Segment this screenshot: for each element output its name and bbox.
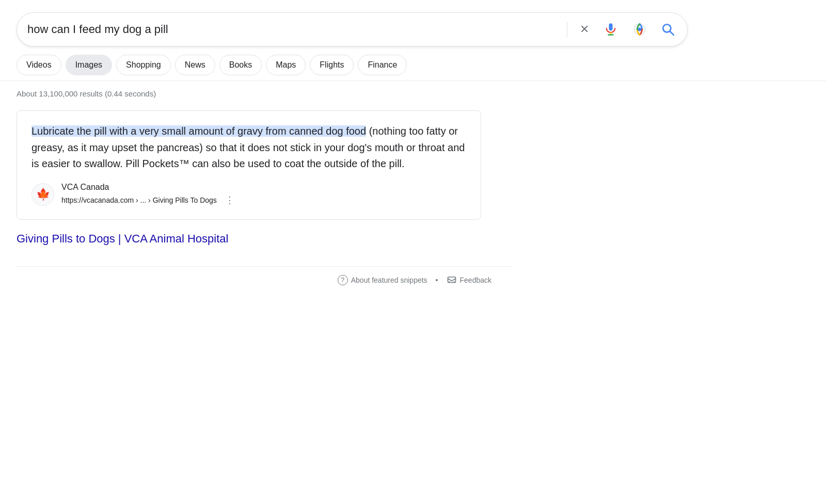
tab-shopping[interactable]: Shopping	[116, 55, 171, 75]
tab-maps[interactable]: Maps	[266, 55, 306, 75]
source-name: VCA Canada	[61, 183, 238, 192]
tab-books[interactable]: Books	[219, 55, 262, 75]
search-icons-group: ✕	[578, 20, 677, 39]
tab-images[interactable]: Images	[66, 55, 112, 75]
result-link[interactable]: Giving Pills to Dogs | VCA Animal Hospit…	[17, 232, 481, 246]
tab-videos[interactable]: Videos	[17, 55, 61, 75]
microphone-icon	[603, 22, 618, 37]
snippet-source: 🍁 VCA Canada https://vcacanada.com › ...…	[31, 183, 466, 207]
feedback-label: Feedback	[460, 276, 491, 284]
search-bar-container: ✕	[0, 0, 826, 55]
tab-news[interactable]: News	[175, 55, 215, 75]
more-options-button[interactable]: ⋮	[222, 193, 238, 207]
microphone-button[interactable]	[601, 20, 620, 39]
search-bar: ✕	[17, 12, 688, 46]
results-info: About 13,100,000 results (0.44 seconds)	[0, 81, 826, 106]
source-url-row: https://vcacanada.com › ... › Giving Pil…	[61, 193, 238, 207]
nav-tabs-container: Videos Images Shopping News Books Maps F…	[0, 55, 826, 81]
snippet-highlighted-text: Lubricate the pill with a very small amo…	[31, 125, 366, 137]
bottom-bar: ? About featured snippets • Feedback	[17, 266, 512, 294]
search-divider	[567, 22, 567, 37]
source-favicon: 🍁	[31, 183, 54, 206]
lens-button[interactable]	[630, 20, 649, 39]
clear-icon: ✕	[580, 23, 589, 36]
feedback-button[interactable]: Feedback	[447, 275, 491, 285]
maple-leaf-icon: 🍁	[36, 188, 50, 201]
clear-button[interactable]: ✕	[578, 21, 591, 38]
tab-flights[interactable]: Flights	[310, 55, 354, 75]
search-submit-button[interactable]	[659, 21, 677, 38]
search-input[interactable]	[27, 23, 557, 36]
svg-rect-0	[609, 23, 613, 30]
snippet-text: Lubricate the pill with a very small amo…	[31, 123, 466, 172]
feedback-icon	[447, 275, 457, 285]
question-icon: ?	[338, 275, 348, 285]
about-featured-snippets[interactable]: ? About featured snippets	[338, 275, 427, 285]
search-submit-icon	[661, 23, 675, 36]
separator: •	[436, 276, 438, 284]
about-label: About featured snippets	[351, 276, 427, 284]
nav-tabs: Videos Images Shopping News Books Maps F…	[17, 55, 688, 80]
source-info: VCA Canada https://vcacanada.com › ... ›…	[61, 183, 238, 207]
svg-point-2	[638, 28, 642, 31]
featured-snippet: Lubricate the pill with a very small amo…	[17, 110, 481, 220]
tab-finance[interactable]: Finance	[358, 55, 407, 75]
svg-line-4	[670, 31, 674, 35]
svg-rect-5	[448, 277, 455, 283]
source-url: https://vcacanada.com › ... › Giving Pil…	[61, 196, 217, 204]
lens-icon	[632, 22, 647, 37]
